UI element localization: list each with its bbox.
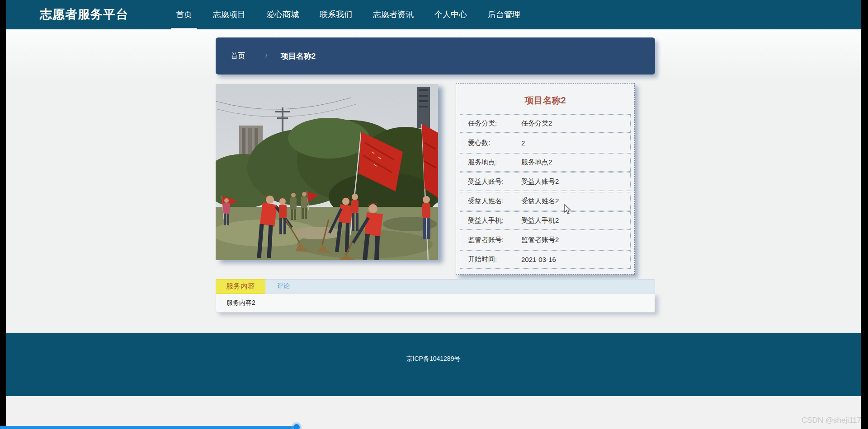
detail-row-label: 受益人手机: <box>460 216 521 225</box>
nav-item-contact[interactable]: 联系我们 <box>315 0 357 29</box>
detail-row: 受益人手机: 受益人手机2 <box>460 211 631 230</box>
detail-row: 服务地点: 服务地点2 <box>460 153 631 172</box>
page-footer: 京ICP备1041289号 <box>6 333 861 396</box>
csdn-watermark: CSDN @sheji117 <box>802 416 861 425</box>
top-navbar: 志愿者服务平台 首页 志愿项目 爱心商城 联系我们 志愿者资讯 个人中心 后台管… <box>6 0 861 29</box>
detail-row-label: 监管者账号: <box>460 236 521 244</box>
detail-row-value: 监管者账号2 <box>521 236 559 244</box>
detail-row-value: 受益人账号2 <box>521 177 559 186</box>
detail-row: 受益人姓名: 受益人姓名2 <box>460 192 631 210</box>
detail-row: 监管者账号: 监管者账号2 <box>460 231 631 249</box>
letterbox-left <box>0 0 6 429</box>
detail-row: 爱心数: 2 <box>460 134 631 152</box>
icp-record-text: 京ICP备1041289号 <box>6 333 861 363</box>
detail-row: 开始时间: 2021-03-16 <box>460 250 631 269</box>
nav-item-projects[interactable]: 志愿项目 <box>208 0 250 29</box>
detail-row-value: 服务地点2 <box>521 158 552 167</box>
detail-row-label: 受益人账号: <box>460 177 521 186</box>
detail-row-value: 任务分类2 <box>521 119 552 128</box>
mouse-cursor-icon <box>564 204 572 217</box>
volunteer-photo-illustration <box>216 84 438 260</box>
project-detail-panel: 项目名称2 任务分类: 任务分类2 爱心数: 2 服务地点: 服务地点2 受益人… <box>456 83 635 275</box>
tab-content-panel: 服务内容2 <box>216 293 655 312</box>
detail-row-label: 任务分类: <box>460 119 521 128</box>
detail-row-value: 受益人手机2 <box>521 216 559 225</box>
detail-row-label: 受益人姓名: <box>460 197 521 205</box>
detail-row: 受益人账号: 受益人账号2 <box>460 173 631 191</box>
breadcrumb: 首页 / 项目名称2 <box>216 37 655 75</box>
video-progress-handle[interactable] <box>293 424 300 429</box>
tab-service-content[interactable]: 服务内容 <box>216 279 265 294</box>
detail-row-value: 2021-03-16 <box>521 256 556 263</box>
breadcrumb-current: 项目名称2 <box>281 51 316 61</box>
nav-item-news[interactable]: 志愿者资讯 <box>368 0 418 29</box>
detail-row: 任务分类: 任务分类2 <box>460 114 631 133</box>
detail-row-value: 2 <box>521 139 525 147</box>
detail-row-label: 开始时间: <box>460 255 521 264</box>
main-nav: 首页 志愿项目 爱心商城 联系我们 志愿者资讯 个人中心 后台管理 <box>165 0 531 29</box>
below-footer-area <box>6 396 861 429</box>
nav-item-admin[interactable]: 后台管理 <box>483 0 525 29</box>
breadcrumb-home-link[interactable]: 首页 <box>231 51 245 61</box>
nav-item-shop[interactable]: 爱心商城 <box>262 0 303 29</box>
tab-comments[interactable]: 评论 <box>265 280 302 293</box>
detail-row-value: 受益人姓名2 <box>521 197 559 205</box>
content-tabs: 服务内容 评论 服务内容2 <box>216 279 655 312</box>
nav-item-home[interactable]: 首页 <box>171 0 197 29</box>
tab-bar: 服务内容 评论 <box>216 279 655 293</box>
detail-row-label: 服务地点: <box>460 158 521 167</box>
letterbox-right <box>861 0 868 429</box>
breadcrumb-separator: / <box>265 53 267 60</box>
project-photo <box>216 84 438 260</box>
site-brand: 志愿者服务平台 <box>40 0 128 29</box>
video-progress-fill <box>0 426 296 429</box>
detail-row-label: 爱心数: <box>460 139 521 147</box>
nav-item-personal-center[interactable]: 个人中心 <box>430 0 472 29</box>
project-title: 项目名称2 <box>460 87 631 113</box>
video-progress-bar[interactable] <box>0 426 868 429</box>
